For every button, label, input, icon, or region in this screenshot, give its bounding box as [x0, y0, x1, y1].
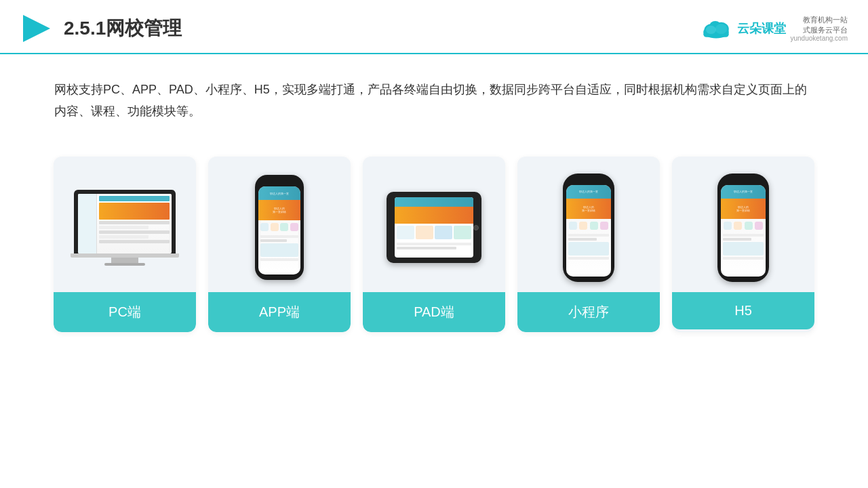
phone-outer-app: 职达人的第一堂 职达人的第一堂训练 [255, 175, 304, 280]
pc-banner [99, 203, 170, 220]
phone-screen-app: 职达人的第一堂 职达人的第一堂训练 [258, 186, 300, 274]
phone-icons-row-app [258, 220, 300, 234]
miniapp-label: 小程序 [517, 292, 660, 332]
h5-image-area: 职达人的第一堂 职达人的第一堂训练 [672, 157, 814, 292]
h5-row-1 [723, 234, 764, 237]
logo-cloud: 云朵课堂 教育机构一站 式服务云平台 yunduoketang.com [699, 15, 848, 42]
phone-icon-1 [260, 223, 269, 231]
card-miniapp: 职达人的第一堂 职达人的第一堂训练 [517, 157, 660, 332]
pad-screen-banner [395, 207, 473, 224]
phone-screen-banner-miniapp: 职达人的第一堂训练 [566, 199, 611, 219]
card-pc: PC端 [54, 157, 196, 332]
pc-screen-inner [78, 194, 172, 253]
phone-icons-row-miniapp [566, 219, 611, 232]
pad-home-btn [473, 225, 479, 230]
h5-row-3 [723, 257, 764, 260]
logo-name: 云朵课堂 [737, 20, 786, 37]
phone-banner-text-app: 职达人的第一堂训练 [273, 207, 286, 214]
phone-content-block [260, 243, 298, 257]
phone-outer-h5: 职达人的第一堂 职达人的第一堂训练 [717, 174, 769, 282]
pad-grid-4 [454, 226, 471, 239]
h5-row-2 [723, 238, 751, 241]
pad-screen-header [395, 197, 473, 207]
phone-content-row-3 [260, 258, 298, 261]
svg-point-7 [715, 24, 728, 34]
h5-icon-4 [755, 222, 763, 230]
pad-screen [395, 197, 473, 258]
phone-content-rows-miniapp [566, 232, 611, 261]
pad-content [395, 241, 473, 251]
pad-grid-2 [416, 226, 433, 239]
pc-foot [104, 263, 145, 266]
description-content: 网校支持PC、APP、PAD、小程序、H5，实现多端打通，产品各终端自由切换，数… [54, 79, 814, 123]
header-left: 2.5.1网校管理 [20, 12, 182, 45]
miniapp-block [568, 242, 609, 256]
miniapp-image-area: 职达人的第一堂 职达人的第一堂训练 [517, 157, 660, 292]
pad-mockup [387, 192, 481, 263]
h5-block [723, 242, 764, 256]
phone-screen-header-miniapp: 职达人的第一堂 [566, 185, 611, 199]
phone-notch-h5 [735, 179, 751, 183]
phone-content-rows-app [258, 234, 300, 262]
page-header: 2.5.1网校管理 云朵课堂 教育机构一站 式服务云平台 [0, 0, 868, 54]
pc-screen-outer [74, 190, 176, 253]
pc-row-3 [99, 230, 170, 234]
miniapp-icon-3 [590, 222, 598, 230]
cards-section: PC端 职达人的第一堂 职达人的第一堂训练 [0, 143, 868, 332]
svg-point-6 [706, 25, 716, 34]
phone-mockup-miniapp: 职达人的第一堂 职达人的第一堂训练 [563, 174, 614, 282]
logo-tagline-block: 教育机构一站 式服务云平台 yunduoketang.com [790, 15, 848, 42]
phone-banner-text-miniapp: 职达人的第一堂训练 [582, 205, 595, 212]
phone-screen-h5: 职达人的第一堂 职达人的第一堂训练 [721, 185, 766, 277]
logo-area: 云朵课堂 教育机构一站 式服务云平台 yunduoketang.com [699, 15, 848, 42]
card-pad: PAD端 [363, 157, 505, 332]
phone-notch-miniapp [580, 179, 597, 183]
phone-mockup-h5: 职达人的第一堂 职达人的第一堂训练 [717, 174, 769, 282]
miniapp-row-2 [568, 238, 597, 241]
pc-row-4 [99, 235, 149, 239]
miniapp-icon-4 [600, 222, 608, 230]
pc-screen-content [78, 194, 172, 253]
app-image-area: 职达人的第一堂 职达人的第一堂训练 [208, 157, 351, 292]
pad-grid-3 [435, 226, 452, 239]
phone-icons-row-h5 [721, 219, 766, 232]
phone-icon-4 [290, 223, 298, 231]
svg-marker-0 [23, 15, 50, 42]
h5-icon-2 [734, 222, 742, 230]
pc-stand [111, 258, 138, 263]
pad-label: PAD端 [363, 292, 505, 332]
phone-mockup-app: 职达人的第一堂 职达人的第一堂训练 [255, 175, 304, 280]
pc-row-1 [99, 221, 170, 224]
cloud-icon [699, 17, 733, 41]
phone-icon-3 [280, 223, 288, 231]
phone-content-row-1 [260, 235, 298, 238]
pc-main-mock [97, 194, 172, 253]
phone-screen-header-h5: 职达人的第一堂 [721, 185, 766, 199]
pc-mockup [71, 190, 179, 266]
phone-screen-banner-app: 职达人的第一堂训练 [258, 200, 300, 220]
phone-banner-text-h5: 职达人的第一堂训练 [736, 205, 750, 212]
miniapp-icon-1 [569, 222, 577, 230]
miniapp-row-3 [568, 257, 609, 260]
pad-row-1 [397, 243, 471, 245]
pc-sidebar-mock [78, 194, 97, 253]
phone-screen-banner-h5: 职达人的第一堂训练 [721, 199, 766, 219]
app-label: APP端 [208, 292, 351, 332]
phone-notch-app [271, 180, 288, 184]
pad-row-2 [397, 247, 456, 249]
phone-content-row-2 [260, 239, 287, 242]
pc-row-5 [99, 240, 170, 243]
phone-screen-header-app: 职达人的第一堂 [258, 186, 300, 200]
miniapp-row-1 [568, 234, 609, 237]
card-app: 职达人的第一堂 职达人的第一堂训练 [208, 157, 351, 332]
pad-outer [387, 192, 481, 263]
phone-screen-miniapp: 职达人的第一堂 职达人的第一堂训练 [566, 185, 611, 277]
logo-url: yunduoketang.com [790, 35, 848, 42]
phone-content-rows-h5 [721, 232, 766, 261]
card-h5: 职达人的第一堂 职达人的第一堂训练 [672, 157, 814, 332]
logo-text: 云朵课堂 [737, 20, 786, 37]
miniapp-icon-2 [579, 222, 587, 230]
phone-outer-miniapp: 职达人的第一堂 职达人的第一堂训练 [563, 174, 614, 282]
pc-header-bar [99, 196, 170, 201]
pc-image-area [54, 157, 196, 292]
